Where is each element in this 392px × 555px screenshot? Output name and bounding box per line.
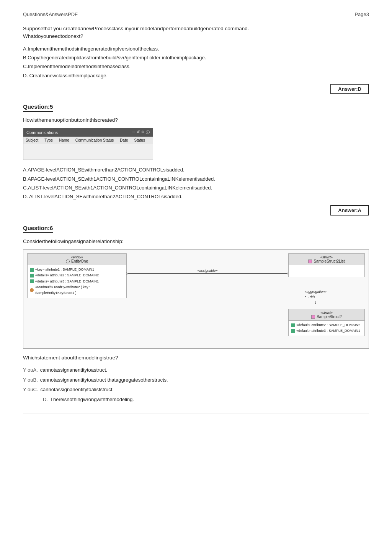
q6-text-a: cannotassignanentitytoastruct. xyxy=(40,366,108,374)
q5-answer-box: Answer:A xyxy=(23,205,369,215)
page-header: Questions&AnswersPDF Page3 xyxy=(23,8,369,25)
icon-dots: ··· xyxy=(132,130,135,135)
struct-icon-2 xyxy=(311,315,315,319)
q5-title: Question:5 xyxy=(23,103,53,110)
comm-table-cols: Subject Type Name Communication Status D… xyxy=(23,137,153,144)
rb-attr-1: «default» attribute2 : SAMPLE_DOMAIN2 xyxy=(291,322,362,328)
attr-icon-4 xyxy=(30,288,34,292)
attr-icon-2 xyxy=(30,274,34,278)
right-bottom-body: «default» attribute2 : SAMPLE_DOMAIN2 «d… xyxy=(289,321,364,336)
uml-connector: «assignable» 1 1 xyxy=(127,269,287,274)
q5-header: Question:5 xyxy=(23,103,53,112)
q6-text-c: cannotassignanentitytoaliststruct. xyxy=(41,385,114,394)
q6-prefix-d: D. xyxy=(43,395,48,404)
q6-prefix-c: Y ouC. xyxy=(23,385,38,394)
intro-options: A.Implementthemethodsinthegeneratedimplv… xyxy=(23,44,369,80)
intro-option-a: A.Implementthemethodsinthegeneratedimplv… xyxy=(23,44,369,53)
q5-option-a: A.APAGE-levelACTION_SEwithmorethan2ACTIO… xyxy=(23,165,369,174)
uml-diagram: «entity» EntityOne «key» attribute1 : SA… xyxy=(23,249,369,349)
right-top-name: SampleStruct2List xyxy=(290,259,363,263)
bottom-divider xyxy=(23,413,369,413)
question6-section: Question:6 Considerthefollowingassignabl… xyxy=(23,225,369,404)
q6-prefix-b: Y ouB. xyxy=(23,375,38,384)
down-arrow: ↓ xyxy=(304,300,327,305)
q5-option-d: D. ALIST-levelACTION_SEwithmorethan2ACTI… xyxy=(23,192,369,201)
q5-text: Howisthemenuoptionbuttoninthiscreated? xyxy=(23,116,369,124)
q5-answer: Answer:A xyxy=(330,205,369,215)
col-type: Type xyxy=(44,138,53,142)
struct-icon-1 xyxy=(308,260,312,263)
attr-icon-1 xyxy=(30,268,34,272)
entity-name: EntityOne xyxy=(29,259,125,263)
icon-info: ⓘ xyxy=(146,130,150,135)
struct-stereotype-2: «struct» xyxy=(290,311,363,315)
col-comm-status: Communication Status xyxy=(75,138,114,142)
right-top-header: «struct» SampleStruct2List xyxy=(289,254,364,265)
dtls-label: * - dtls xyxy=(304,295,327,299)
col-name: Name xyxy=(59,138,69,142)
rb-attr-2: «default» attribute3 : SAMPLE_DOMAIN1 xyxy=(291,328,362,334)
comm-table: Communications ··· ↺ ⊕ ⓘ Subject Type Na… xyxy=(23,128,153,160)
intro-answer-box: Answer:D xyxy=(23,84,369,94)
q6-option-a: Y ouA. cannotassignanentitytoastruct. xyxy=(23,366,369,374)
intro-option-d: D. Createanewclassintheimplpackage. xyxy=(23,71,369,80)
q6-prefix-a: Y ouA. xyxy=(23,366,38,374)
q6-which: Whichstatement aboutthemodelingistrue? xyxy=(23,354,369,362)
intro-text: Supposethat you createdanewProcessclass … xyxy=(23,25,369,41)
uml-left-header: «entity» EntityOne xyxy=(28,254,126,265)
struct-stereotype-1: «struct» xyxy=(290,255,363,259)
comm-table-header: Communications ··· ↺ ⊕ ⓘ xyxy=(23,128,153,137)
icon-plus: ⊕ xyxy=(141,130,144,135)
q6-option-d: D. Thereisnothingwrongwiththemodeling. xyxy=(23,395,369,404)
question5-section: Question:5 Howisthemenuoptionbuttoninthi… xyxy=(23,103,369,215)
q6-option-c: Y ouC. cannotassignanentitytoaliststruct… xyxy=(23,385,369,394)
header-left: Questions&AnswersPDF xyxy=(23,11,78,17)
rb-attr-icon-1 xyxy=(291,323,295,327)
aggregation-label: «aggregation» * - dtls ↓ xyxy=(304,290,327,305)
q5-option-b: B.APAGE-levelACTION_SEwith1ACTION_CONTRO… xyxy=(23,175,369,183)
attr-icon-3 xyxy=(30,279,34,283)
comm-header-icons: ··· ↺ ⊕ ⓘ xyxy=(132,130,150,135)
q6-text-d: Thereisnothingwrongwiththemodeling. xyxy=(50,395,134,404)
col-subject: Subject xyxy=(26,138,38,142)
attr-row-1: «key» attribute1 : SAMPLE_DOMAIN1 xyxy=(30,267,124,273)
q5-options: A.APAGE-levelACTION_SEwithmorethan2ACTIO… xyxy=(23,165,369,201)
q6-text-b: cannotassignanentitytoastruct thataggreg… xyxy=(40,375,168,384)
comm-title: Communications xyxy=(26,130,58,135)
attr-row-4: «readmulti» readByAttribute2 ( key : Sam… xyxy=(30,284,124,296)
uml-left-body: «key» attribute1 : SAMPLE_DOMAIN1 «detai… xyxy=(28,265,126,297)
q6-options: Y ouA. cannotassignanentitytoastruct. Y … xyxy=(23,366,369,404)
assignable-label: «assignable» xyxy=(197,269,217,273)
col-status: Status xyxy=(134,138,145,142)
right-top-body xyxy=(289,265,364,277)
q6-option-b: Y ouB. cannotassignanentitytoastruct tha… xyxy=(23,375,369,384)
entity-icon-circle xyxy=(66,260,70,263)
right-bottom-header: «struct» SampleStruct2 xyxy=(289,309,364,321)
connector-line: 1 1 xyxy=(127,273,287,274)
uml-right-top: «struct» SampleStruct2List xyxy=(288,253,365,277)
right-bottom-name: SampleStruct2 xyxy=(290,315,363,319)
rb-attr-icon-2 xyxy=(291,329,295,333)
intro-section: Supposethat you createdanewProcessclass … xyxy=(23,25,369,94)
uml-left-class: «entity» EntityOne «key» attribute1 : SA… xyxy=(27,253,127,298)
comm-table-body xyxy=(23,144,153,160)
icon-refresh: ↺ xyxy=(137,130,140,135)
col-date: Date xyxy=(120,138,128,142)
q6-header: Question:6 xyxy=(23,225,53,233)
entity-stereotype: «entity» xyxy=(29,255,125,259)
header-right: Page3 xyxy=(354,11,369,17)
q6-title: Question:6 xyxy=(23,225,53,231)
intro-answer: Answer:D xyxy=(330,84,369,94)
num-left: 1 xyxy=(126,272,127,275)
q5-option-c: C.ALIST-levelACTION_SEwith1ACTION_CONTRO… xyxy=(23,183,369,192)
q6-text: Considerthefollowingassignablerelationsh… xyxy=(23,238,369,245)
attr-row-3: «details» attribute3 : SAMPLE_DOMAIN1 xyxy=(30,279,124,284)
intro-option-b: B.Copythegeneratedimplclassfromthebuild/… xyxy=(23,53,369,62)
uml-right-bottom: «struct» SampleStruct2 «default» attribu… xyxy=(288,309,365,336)
attr-row-2: «details» attribute2 : SAMPLE_DOMAIN2 xyxy=(30,273,124,278)
intro-option-c: C.Implementthemodeledmethodsinthebasecla… xyxy=(23,62,369,71)
page-container: Questions&AnswersPDF Page3 Supposethat y… xyxy=(0,0,392,436)
